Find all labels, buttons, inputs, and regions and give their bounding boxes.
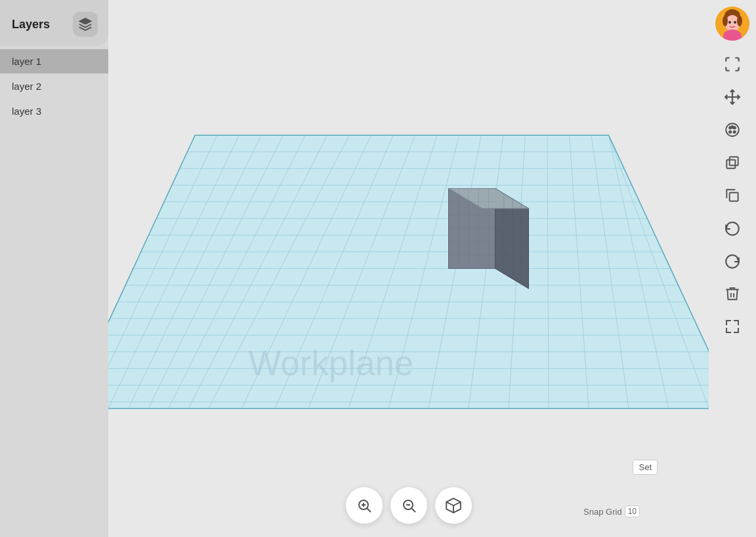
- zoom-in-icon: [356, 498, 372, 513]
- viewport: Workplane: [108, 0, 709, 537]
- svg-rect-89: [726, 160, 735, 169]
- snap-grid-label: Snap Grid 10: [583, 506, 640, 517]
- layer-item-2[interactable]: layer 2: [0, 74, 108, 98]
- fit-screen-icon: [724, 56, 741, 73]
- zoom-out-button[interactable]: [390, 487, 427, 524]
- svg-line-69: [411, 509, 415, 513]
- svg-point-86: [729, 131, 731, 133]
- svg-line-65: [367, 509, 371, 513]
- redo-icon: [724, 252, 741, 269]
- svg-point-87: [734, 131, 736, 133]
- layers-title: Layers: [12, 18, 50, 31]
- svg-line-74: [446, 502, 453, 506]
- avatar: [715, 7, 749, 41]
- set-button[interactable]: Set: [633, 460, 658, 475]
- union-icon: [724, 154, 741, 171]
- workplane-grid: Workplane: [108, 0, 709, 537]
- zoom-out-icon: [401, 498, 417, 513]
- snap-grid-value[interactable]: 10: [625, 506, 640, 517]
- palette-button[interactable]: [718, 115, 747, 144]
- expand-icon: [726, 320, 739, 333]
- delete-icon: [724, 285, 741, 302]
- view-3d-button[interactable]: [435, 487, 472, 524]
- layers-icon-button[interactable]: [73, 12, 98, 37]
- zoom-in-button[interactable]: [346, 487, 383, 524]
- delete-button[interactable]: [718, 279, 747, 308]
- duplicate-icon: [724, 187, 741, 204]
- undo-icon: [724, 220, 741, 237]
- layer-item-1[interactable]: layer 1: [0, 49, 108, 73]
- bottom-toolbar: [346, 487, 472, 524]
- main-area: Workplane: [108, 0, 709, 537]
- duplicate-button[interactable]: [718, 181, 747, 210]
- fit-screen-button[interactable]: [718, 50, 747, 79]
- workplane-watermark: Workplane: [249, 344, 414, 382]
- svg-rect-91: [730, 193, 738, 201]
- layers-list: layer 1 layer 2 layer 3: [0, 49, 108, 124]
- svg-point-78: [728, 21, 731, 24]
- svg-line-73: [453, 502, 461, 506]
- redo-button[interactable]: [718, 247, 747, 275]
- svg-point-88: [731, 126, 733, 128]
- left-panel: Layers layer 1 layer 2 layer 3: [0, 0, 108, 537]
- undo-button[interactable]: [718, 214, 747, 243]
- avatar-button[interactable]: [715, 7, 749, 41]
- union-button[interactable]: [718, 148, 747, 177]
- move-button[interactable]: [718, 83, 747, 111]
- svg-rect-90: [730, 157, 738, 165]
- cube-icon: [445, 497, 462, 514]
- palette-icon: [724, 121, 741, 138]
- expand-button[interactable]: [718, 312, 747, 341]
- svg-point-81: [723, 16, 728, 26]
- svg-point-82: [737, 16, 742, 26]
- right-toolbar: [709, 0, 756, 537]
- avatar-image: [715, 7, 749, 41]
- layers-header: Layers: [0, 0, 108, 46]
- layer-item-3[interactable]: layer 3: [0, 99, 108, 123]
- layers-stack-icon: [78, 17, 93, 31]
- svg-point-79: [734, 21, 736, 24]
- move-icon: [724, 89, 741, 106]
